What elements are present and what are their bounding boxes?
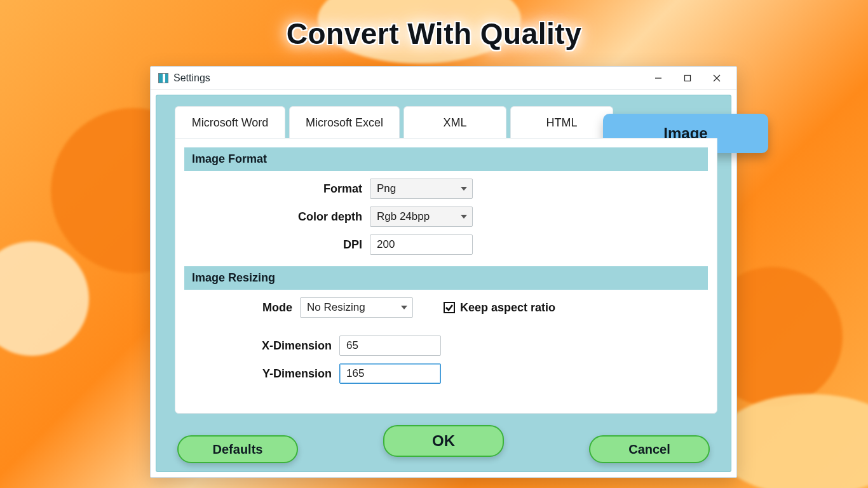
tab-label: Microsoft Excel	[306, 116, 383, 130]
button-label: OK	[432, 432, 455, 450]
input-dpi[interactable]	[370, 234, 473, 255]
hero-title: Convert With Quality	[0, 17, 868, 51]
input-dpi-field[interactable]	[377, 235, 466, 254]
settings-window: Settings Microsoft Word Microsoft Excel …	[150, 66, 737, 478]
button-label: Defaults	[213, 442, 263, 457]
tab-label: HTML	[546, 116, 578, 130]
label-x-dimension: X-Dimension	[184, 339, 332, 353]
select-value: Rgb 24bpp	[377, 210, 430, 223]
input-x-dimension[interactable]	[339, 336, 441, 356]
input-x-field[interactable]	[346, 336, 434, 355]
client-area: Microsoft Word Microsoft Excel XML HTML …	[156, 95, 731, 472]
group-image-resizing: Image Resizing	[184, 266, 708, 290]
window-controls	[644, 67, 731, 90]
check-icon	[445, 303, 454, 312]
dialog-buttons: Defaults OK Cancel	[170, 425, 717, 463]
tab-panel-image: Image Format Format Png Color depth Rgb …	[175, 138, 717, 414]
chevron-down-icon	[461, 186, 467, 192]
checkbox-keep-aspect[interactable]: Keep aspect ratio	[444, 301, 555, 315]
chevron-down-icon	[401, 304, 407, 311]
defaults-button[interactable]: Defaults	[177, 435, 298, 463]
select-value: Png	[377, 182, 396, 195]
select-value: No Resizing	[307, 301, 365, 314]
select-mode[interactable]: No Resizing	[300, 297, 413, 318]
tab-xml[interactable]: XML	[403, 106, 506, 139]
bg-blob	[0, 241, 89, 356]
svg-rect-0	[685, 75, 691, 81]
app-icon	[158, 73, 168, 83]
titlebar: Settings	[151, 67, 736, 90]
tab-word[interactable]: Microsoft Word	[175, 106, 285, 139]
input-y-field[interactable]	[346, 364, 434, 383]
label-format: Format	[184, 182, 362, 196]
close-icon	[713, 74, 721, 82]
ok-button[interactable]: OK	[383, 425, 504, 457]
label-y-dimension: Y-Dimension	[184, 367, 332, 381]
checkbox-label: Keep aspect ratio	[460, 301, 555, 315]
maximize-icon	[684, 74, 691, 82]
bg-blob	[715, 394, 868, 488]
minimize-button[interactable]	[644, 67, 673, 90]
tab-html[interactable]: HTML	[510, 106, 613, 139]
cancel-button[interactable]: Cancel	[589, 435, 710, 463]
label-dpi: DPI	[184, 238, 362, 252]
group-image-format: Image Format	[184, 147, 708, 171]
tab-strip: Microsoft Word Microsoft Excel XML HTML …	[175, 106, 717, 139]
window-title: Settings	[173, 72, 210, 84]
maximize-button[interactable]	[673, 67, 702, 90]
button-label: Cancel	[628, 442, 670, 457]
tab-label: Microsoft Word	[192, 116, 269, 130]
tab-excel[interactable]: Microsoft Excel	[289, 106, 400, 139]
select-format[interactable]: Png	[370, 179, 473, 199]
label-mode: Mode	[184, 301, 292, 315]
checkbox-box	[444, 302, 455, 313]
input-y-dimension[interactable]	[339, 363, 441, 384]
tab-label: XML	[443, 116, 466, 130]
label-color-depth: Color depth	[184, 210, 362, 224]
close-button[interactable]	[702, 67, 731, 90]
minimize-icon	[654, 74, 662, 82]
chevron-down-icon	[461, 214, 467, 220]
select-color-depth[interactable]: Rgb 24bpp	[370, 207, 473, 227]
